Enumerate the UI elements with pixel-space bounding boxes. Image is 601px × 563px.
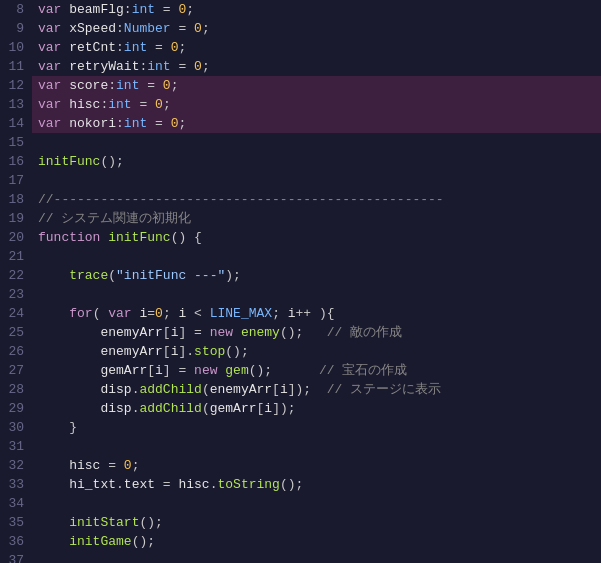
code-token: : <box>116 21 124 36</box>
code-token: } <box>69 420 77 435</box>
line-number: 32 <box>0 456 32 475</box>
code-token: [ <box>163 344 171 359</box>
code-token: < <box>186 306 209 321</box>
line-content: function initFunc() { <box>32 228 601 247</box>
code-token: enemyArr <box>100 344 162 359</box>
code-token: (); <box>280 477 303 492</box>
code-token: i <box>155 363 163 378</box>
code-token: ]. <box>178 344 194 359</box>
code-token: gem <box>225 363 248 378</box>
code-line: 9var xSpeed:Number = 0; <box>0 19 601 38</box>
code-token: score <box>69 78 108 93</box>
line-content <box>32 551 601 563</box>
code-token: ] = <box>163 363 194 378</box>
code-line: 29 disp.addChild(gemArr[i]); <box>0 399 601 418</box>
line-content: } <box>32 418 601 437</box>
line-number: 19 <box>0 209 32 228</box>
code-token: int <box>116 78 139 93</box>
code-line: 37 <box>0 551 601 563</box>
code-token: i <box>264 401 272 416</box>
code-token: enemy <box>241 325 280 340</box>
code-token: ++ <box>296 306 312 321</box>
code-token: = <box>139 78 162 93</box>
code-token: beamFlg <box>69 2 124 17</box>
code-token: 0 <box>194 59 202 74</box>
code-line: 33 hi_txt.text = hisc.toString(); <box>0 475 601 494</box>
code-token: Number <box>124 21 171 36</box>
code-line: 23 <box>0 285 601 304</box>
code-token: = <box>147 116 170 131</box>
code-token <box>38 477 69 492</box>
code-token: (); <box>132 534 155 549</box>
code-token: initFunc <box>38 154 100 169</box>
code-token: // 敵の作成 <box>303 325 402 340</box>
line-number: 10 <box>0 38 32 57</box>
code-token: ; <box>132 458 140 473</box>
line-number: 25 <box>0 323 32 342</box>
line-number: 22 <box>0 266 32 285</box>
line-number: 35 <box>0 513 32 532</box>
line-content: for( var i=0; i < LINE_MAX; i++ ){ <box>32 304 601 323</box>
code-token: ; <box>186 2 194 17</box>
line-number: 16 <box>0 152 32 171</box>
code-token: ]); <box>288 382 311 397</box>
line-content: disp.addChild(gemArr[i]); <box>32 399 601 418</box>
code-line: 14var nokori:int = 0; <box>0 114 601 133</box>
code-token: // 宝石の作成 <box>272 363 407 378</box>
code-token: ; <box>163 97 171 112</box>
code-line: 18//------------------------------------… <box>0 190 601 209</box>
code-token: ; <box>171 78 179 93</box>
code-token <box>38 515 69 530</box>
code-token: // ステージに表示 <box>311 382 441 397</box>
code-token: = <box>132 97 155 112</box>
code-token <box>38 306 69 321</box>
line-content: //--------------------------------------… <box>32 190 601 209</box>
code-token: var <box>108 306 139 321</box>
code-token: addChild <box>139 382 201 397</box>
code-token: 0 <box>194 21 202 36</box>
line-content: initGame(); <box>32 532 601 551</box>
line-content: var beamFlg:int = 0; <box>32 0 601 19</box>
code-token: : <box>108 78 116 93</box>
line-number: 24 <box>0 304 32 323</box>
code-token: (); <box>280 325 303 340</box>
line-number: 36 <box>0 532 32 551</box>
code-line: 32 hisc = 0; <box>0 456 601 475</box>
code-line: 22 trace("initFunc ---"); <box>0 266 601 285</box>
line-number: 31 <box>0 437 32 456</box>
code-line: 36 initGame(); <box>0 532 601 551</box>
line-number: 30 <box>0 418 32 437</box>
code-token: var <box>38 59 69 74</box>
code-editor: 8var beamFlg:int = 0;9var xSpeed:Number … <box>0 0 601 563</box>
code-token: [ <box>163 325 171 340</box>
code-token <box>38 401 100 416</box>
code-token: hisc <box>69 97 100 112</box>
code-token: ( <box>93 306 109 321</box>
code-token: addChild <box>139 401 201 416</box>
code-token: new <box>210 325 241 340</box>
code-token: [ <box>147 363 155 378</box>
code-token: ( <box>202 382 210 397</box>
code-token: enemyArr <box>210 382 272 397</box>
code-token: var <box>38 2 69 17</box>
line-number: 34 <box>0 494 32 513</box>
code-token: nokori <box>69 116 116 131</box>
line-content: var score:int = 0; <box>32 76 601 95</box>
code-token: enemyArr <box>100 325 162 340</box>
line-number: 15 <box>0 133 32 152</box>
code-token: = <box>155 477 178 492</box>
code-token: ; <box>272 306 288 321</box>
code-token: = <box>171 59 194 74</box>
code-token: . <box>116 477 124 492</box>
line-number: 11 <box>0 57 32 76</box>
code-token: : <box>116 40 124 55</box>
code-token: 0 <box>163 78 171 93</box>
code-token: ( <box>202 401 210 416</box>
code-token <box>38 325 100 340</box>
code-line: 10var retCnt:int = 0; <box>0 38 601 57</box>
code-token: ); <box>225 268 241 283</box>
code-line: 8var beamFlg:int = 0; <box>0 0 601 19</box>
code-token: ]); <box>272 401 295 416</box>
code-token: var <box>38 78 69 93</box>
line-number: 8 <box>0 0 32 19</box>
